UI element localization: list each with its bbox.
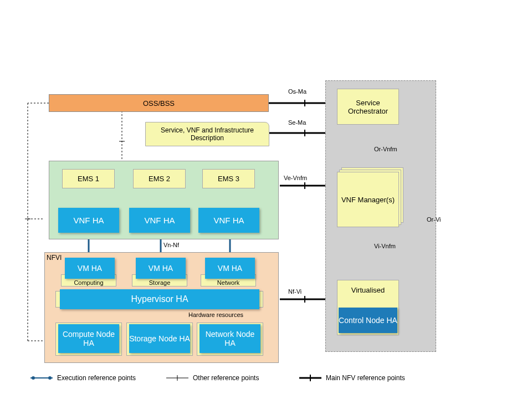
compute-node-ha-label: Compute Node HA [58, 330, 119, 347]
hypervisor-ha-box: Hypervisor HA [60, 289, 259, 309]
storage-node-ha-label: Storage Node HA [129, 334, 190, 343]
vm-ha-1-box: VM HA [65, 258, 115, 279]
vm-ha-3-box: VM HA [205, 258, 255, 279]
vnf-ha-1-label: VNF HA [73, 216, 104, 225]
ems2-box: EMS 2 [133, 169, 186, 188]
ve-vnfm-label: Ve-Vnfm [284, 175, 307, 181]
or-vnfm-label: Or-Vnfm [374, 146, 397, 152]
service-orchestrator-label: Service Orchestrator [337, 99, 398, 115]
vn-nf-label: Vn-Nf [163, 242, 179, 248]
network-label: Network [217, 279, 239, 286]
or-vi-label: Or-Vi [427, 216, 441, 223]
vm-ha-3-label: VM HA [218, 264, 242, 273]
service-desc-box: Service, VNF and Infrastructure Descript… [145, 122, 269, 146]
storage-node-ha-box: Storage Node HA [129, 324, 190, 353]
legend-main-label: Main NFV reference points [326, 374, 405, 382]
vnf-manager-label: VNF Manager(s) [341, 196, 395, 204]
legend-main: Main NFV reference points [299, 374, 405, 382]
vm-ha-2-label: VM HA [149, 264, 173, 273]
vi-vnfm-label: Vi-Vnfm [374, 243, 396, 249]
os-ma-label: Os-Ma [288, 88, 306, 95]
compute-node-ha-box: Compute Node HA [58, 324, 119, 353]
virtualised-label: Virtualised [351, 286, 385, 294]
ems2-label: EMS 2 [149, 175, 170, 183]
network-node-ha-box: Network Node HA [200, 324, 260, 353]
storage-label: Storage [149, 279, 171, 286]
hardware-resources-label: Hardware resources [188, 311, 243, 318]
control-node-ha-label: Control Node HA [339, 316, 397, 325]
oss-bss-label: OSS/BSS [143, 99, 175, 108]
computing-label: Computing [74, 279, 103, 286]
legend-exec-label: Execution reference points [57, 374, 136, 382]
nf-vi-label: Nf-Vi [288, 288, 301, 295]
ems1-box: EMS 1 [62, 169, 115, 188]
legend-other: Other reference points [166, 374, 259, 382]
oss-bss-box: OSS/BSS [49, 94, 269, 112]
svg-point-42 [32, 376, 35, 380]
ems3-label: EMS 3 [218, 175, 239, 183]
control-node-ha-box: Control Node HA [339, 308, 397, 333]
network-node-ha-label: Network Node HA [200, 330, 260, 347]
se-ma-label: Se-Ma [288, 119, 306, 126]
vnf-ha-1-box: VNF HA [58, 208, 119, 233]
service-orchestrator-box: Service Orchestrator [337, 89, 399, 125]
service-desc-label: Service, VNF and Infrastructure Descript… [146, 126, 269, 142]
vnf-ha-3-label: VNF HA [213, 216, 244, 225]
legend-other-label: Other reference points [193, 374, 259, 382]
ems3-box: EMS 3 [202, 169, 255, 188]
vnf-ha-3-box: VNF HA [198, 208, 259, 233]
vnf-manager-box: VNF Manager(s) [337, 172, 399, 227]
vnf-ha-2-label: VNF HA [144, 216, 175, 225]
vnf-ha-2-box: VNF HA [129, 208, 190, 233]
svg-point-43 [48, 376, 52, 380]
nfvi-label: NFVI [47, 254, 62, 262]
ems1-label: EMS 1 [78, 175, 99, 183]
legend-exec: Execution reference points [30, 374, 136, 382]
vm-ha-1-label: VM HA [78, 264, 102, 273]
hypervisor-ha-label: Hypervisor HA [131, 294, 188, 304]
vm-ha-2-box: VM HA [136, 258, 186, 279]
